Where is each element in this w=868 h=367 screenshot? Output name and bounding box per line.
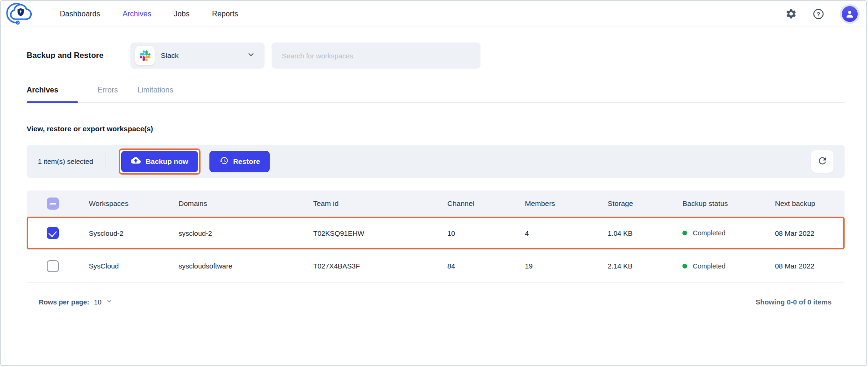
app-selector-dropdown[interactable]: Slack	[130, 42, 265, 69]
search-input[interactable]	[272, 42, 481, 69]
page-header: Backup and Restore Slack	[27, 42, 845, 69]
backup-status-cell: Completed	[665, 262, 757, 270]
workspace-link[interactable]: Syscloud-2	[71, 229, 161, 237]
backup-now-label: Backup now	[145, 157, 188, 166]
showing-items-text: Showing 0-0 of 0 items	[755, 298, 832, 306]
storage-value: 2.14 KB	[590, 262, 665, 270]
nav-reports[interactable]: Reports	[212, 10, 238, 18]
row-checkbox[interactable]	[47, 260, 59, 272]
col-workspaces: Workspaces	[71, 199, 161, 208]
team-id-value: T027X4BAS3F	[295, 262, 430, 270]
next-backup-value: 08 Mar 2022	[757, 262, 845, 270]
help-icon[interactable]: ?	[812, 8, 825, 20]
nav-right-icons: ?	[785, 6, 858, 22]
nav-archives[interactable]: Archives	[122, 10, 151, 18]
cloud-upload-icon	[131, 155, 141, 167]
select-all-checkbox[interactable]	[47, 198, 59, 210]
syscloud-logo-icon[interactable]	[6, 2, 33, 25]
chevron-down-icon	[106, 298, 113, 306]
members-count-link[interactable]: 4	[507, 229, 590, 237]
svg-text:?: ?	[817, 11, 820, 17]
workspace-link[interactable]: SysCloud	[71, 262, 161, 270]
col-backup-status: Backup status	[665, 199, 757, 208]
col-team-id: Team id	[295, 199, 430, 208]
col-storage: Storage	[590, 199, 665, 208]
status-text: Completed	[693, 262, 725, 270]
section-title: View, restore or export workspace(s)	[27, 125, 845, 133]
actions-toolbar: 1 item(s) selected Backup now	[27, 145, 845, 178]
next-backup-value: 08 Mar 2022	[757, 229, 845, 237]
tab-limitations[interactable]: Limitations	[137, 86, 173, 102]
table-row-syscloud-2[interactable]: Syscloud-2 syscloud-2 T02KSQ91EHW 10 4 1…	[27, 217, 845, 249]
history-icon	[219, 156, 229, 167]
top-navbar: Dashboards Archives Jobs Reports ?	[1, 1, 866, 27]
selection-count: 1 item(s) selected	[38, 157, 93, 165]
table-header-row: Workspaces Domains Team id Channel Membe…	[27, 191, 845, 217]
rows-per-page-value: 10	[94, 298, 101, 306]
tab-errors[interactable]: Errors	[98, 86, 118, 102]
refresh-icon	[817, 155, 828, 168]
channel-count: 10	[430, 229, 507, 237]
team-id-value: T02KSQ91EHW	[295, 229, 430, 237]
status-dot-icon	[682, 264, 687, 268]
restore-label: Restore	[233, 157, 260, 166]
nav-dashboards[interactable]: Dashboards	[60, 10, 100, 18]
channel-count: 84	[430, 262, 507, 270]
table-footer: Rows per page: 10 Showing 0-0 of 0 items	[27, 282, 845, 321]
workspaces-table: Workspaces Domains Team id Channel Membe…	[27, 191, 845, 321]
status-text: Completed	[693, 229, 725, 237]
backup-now-button[interactable]: Backup now	[121, 151, 198, 172]
row-checkbox[interactable]	[47, 227, 59, 239]
col-members: Members	[507, 199, 590, 208]
settings-gear-icon[interactable]	[785, 8, 797, 20]
table-row-syscloud[interactable]: SysCloud syscloudsoftware T027X4BAS3F 84…	[27, 249, 845, 282]
refresh-button[interactable]	[811, 150, 833, 173]
app-window: Dashboards Archives Jobs Reports ?	[0, 0, 867, 366]
chevron-down-icon	[247, 50, 255, 61]
status-dot-icon	[682, 231, 687, 235]
restore-button[interactable]: Restore	[209, 151, 270, 172]
domain-value: syscloud-2	[161, 229, 295, 237]
tab-archives[interactable]: Archives	[27, 86, 78, 102]
nav-jobs[interactable]: Jobs	[174, 10, 190, 18]
backup-now-highlight: Backup now	[119, 148, 200, 175]
members-count-link[interactable]: 19	[507, 262, 590, 270]
col-channel: Channel	[430, 199, 507, 208]
slack-logo-icon	[135, 46, 155, 65]
col-domains: Domains	[161, 199, 295, 208]
app-selector-value: Slack	[161, 51, 179, 60]
backup-status-cell: Completed	[665, 229, 757, 237]
rows-per-page-dropdown[interactable]: Rows per page: 10	[39, 298, 113, 306]
workspace-search	[272, 42, 481, 69]
divider	[106, 153, 106, 170]
page-title: Backup and Restore	[27, 51, 130, 60]
tab-bar: Archives Errors Limitations	[27, 86, 845, 103]
storage-value: 1.04 KB	[590, 229, 665, 237]
col-next-backup: Next backup	[757, 199, 845, 208]
user-avatar[interactable]	[842, 6, 858, 22]
domain-value: syscloudsoftware	[161, 262, 295, 270]
rows-per-page-label: Rows per page:	[39, 298, 89, 306]
nav-links: Dashboards Archives Jobs Reports	[60, 10, 238, 18]
